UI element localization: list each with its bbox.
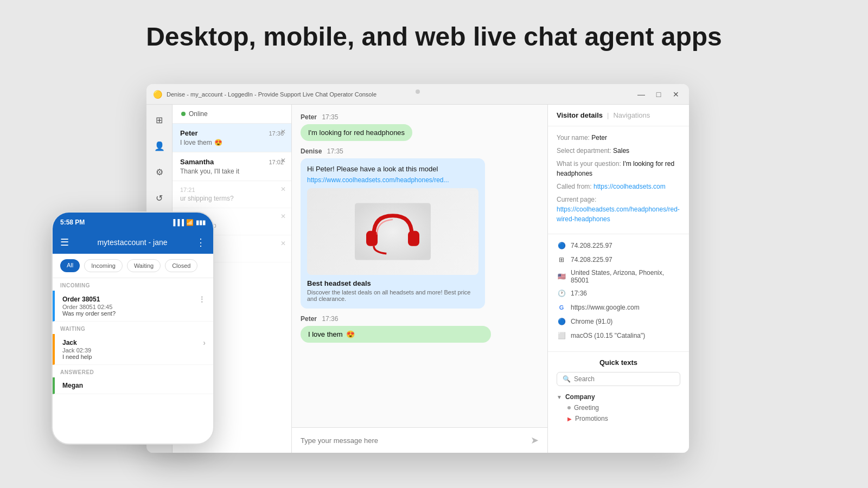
card-desc: Discover the latest deals on all headset…: [307, 289, 478, 302]
phone-tabs: All Incoming Waiting Closed: [53, 254, 213, 278]
tree-promotions[interactable]: ▶ Promotions: [557, 413, 680, 424]
chat-item-samantha-header: Samantha 17:02: [180, 158, 284, 166]
visitor-panel-header: Visitor details | Navigations: [548, 105, 689, 126]
agent-msg-text: Hi Peter! Please have a look at this mod…: [307, 165, 478, 173]
window-controls: — □ ✕: [635, 88, 682, 101]
info-question: What is your question: I'm looking for r…: [557, 159, 680, 178]
tree-arrow-promotions: ▶: [567, 416, 572, 422]
flag-icon: 🇺🇸: [557, 272, 566, 281]
chat-item-samantha-name: Samantha: [180, 158, 214, 166]
tree-dot-greeting: [567, 406, 571, 409]
headphone-image: [307, 188, 478, 275]
close-misc1[interactable]: ✕: [280, 185, 286, 193]
close-misc3[interactable]: ✕: [280, 240, 286, 247]
misc1-preview: ur shipping terms?: [180, 195, 284, 202]
chat-input-area: ➤: [292, 427, 547, 453]
minimize-button[interactable]: —: [635, 88, 648, 101]
phone-nav: ☰ mytestaccount - jane ⋮: [53, 232, 213, 254]
close-chat-samantha[interactable]: ✕: [280, 157, 286, 164]
status-label: Online: [189, 110, 208, 118]
msg-bubble-peter1: I'm looking for red headphones: [301, 124, 412, 141]
visitor-details-section: 🔵 74.208.225.97 ⊞ 74.208.225.97 🇺🇸 Unite…: [548, 234, 689, 352]
status-bar: Online: [173, 105, 291, 124]
detail-location: 🇺🇸 United States, Arizona, Phoenix, 8500…: [557, 269, 680, 284]
window-titlebar: 🟡 Denise - my_account - LoggedIn - Provi…: [146, 84, 689, 105]
tab-incoming[interactable]: Incoming: [84, 259, 123, 272]
phone-item-more[interactable]: ⋮: [198, 295, 206, 304]
tab-waiting[interactable]: Waiting: [127, 259, 161, 272]
msg-sender-peter2: Peter 17:36: [301, 315, 539, 323]
window-body: ⊞ 👤 ⚙ ↺ ℹ Online Peter 17:36 I love them…: [146, 105, 689, 453]
google-icon: G: [557, 303, 566, 312]
quick-texts-search-wrap: 🔍: [557, 372, 680, 386]
chat-item-peter[interactable]: Peter 17:36 I love them 😍 ✕: [173, 124, 291, 152]
tab-closed[interactable]: Closed: [165, 259, 197, 272]
phone-menu-icon[interactable]: ☰: [60, 236, 69, 248]
chat-item-peter-preview: I love them 😍: [180, 139, 284, 146]
chat-messages: Peter 17:35 I'm looking for red headphon…: [292, 105, 547, 427]
chat-main: Peter 17:35 I'm looking for red headphon…: [292, 105, 548, 453]
chat-item-samantha[interactable]: Samantha 17:02 Thank you, I'll take it ✕: [173, 152, 291, 181]
sidebar-icon-history[interactable]: ↺: [151, 189, 168, 207]
agent-msg-card: Hi Peter! Please have a look at this mod…: [301, 158, 485, 309]
tab-navigations[interactable]: Navigations: [613, 111, 650, 119]
info-called-from: Called from: https://coolheadsets.com: [557, 182, 680, 191]
phone-status-icons: ▐▐▐ 📶 ▮▮▮: [171, 219, 206, 226]
msg-group-denise: Denise 17:35 Hi Peter! Please have a loo…: [301, 147, 539, 309]
sidebar-icon-settings[interactable]: ⚙: [151, 163, 168, 181]
chevron-right-icon[interactable]: ›: [203, 338, 206, 347]
tree-greeting[interactable]: Greeting: [557, 402, 680, 413]
info-current-page: Current page: https://coolheadsets.com/h…: [557, 195, 680, 224]
tab-visitor-details[interactable]: Visitor details: [557, 111, 603, 119]
battery-icon: ▮▮▮: [196, 219, 206, 226]
svg-rect-0: [355, 203, 431, 260]
chat-item-misc1[interactable]: 17:21 ur shipping terms? ✕: [173, 181, 291, 208]
visitor-panel: Visitor details | Navigations Your name:…: [548, 105, 689, 453]
phone-account-title: mytestaccount - jane: [97, 238, 167, 247]
send-button[interactable]: ➤: [531, 434, 539, 446]
headphone-svg: [355, 202, 431, 261]
msg-group-peter1: Peter 17:35 I'm looking for red headphon…: [301, 113, 539, 141]
msg-bubble-love: I love them 😍: [301, 326, 491, 343]
close-button[interactable]: ✕: [669, 88, 682, 101]
phone-chat-order-name: Order 38051 ⋮: [62, 295, 206, 304]
section-label-answered: ANSWERED: [53, 365, 213, 377]
sidebar-icon-home[interactable]: ⊞: [151, 111, 168, 129]
section-label-incoming: INCOMING: [53, 278, 213, 291]
chat-item-peter-name: Peter: [180, 129, 198, 137]
wifi-icon: 📶: [186, 219, 194, 226]
agent-msg-link[interactable]: https://www.coolheadsets.com/headphones/…: [307, 176, 478, 184]
tab-all[interactable]: All: [60, 259, 80, 272]
phone-chat-megan[interactable]: Megan: [53, 377, 213, 394]
svg-rect-1: [366, 231, 378, 246]
visitor-info-section: Your name: Peter Select department: Sale…: [548, 126, 689, 234]
phone-more-btn[interactable]: ⋮: [196, 236, 206, 248]
page-title: Desktop, mobile, and web live chat agent…: [0, 0, 868, 68]
svg-rect-2: [408, 231, 419, 246]
phone-chat-megan-name: Megan: [62, 382, 206, 389]
phone-chat-jack[interactable]: Jack › Jack 02:39 I need help: [53, 334, 213, 365]
online-indicator: [181, 112, 186, 116]
signal-icon: ▐▐▐: [171, 219, 184, 226]
quick-texts-search[interactable]: [574, 375, 674, 383]
chrome-icon: 🔵: [557, 317, 566, 326]
mobile-phone: 5:58 PM ▐▐▐ 📶 ▮▮▮ ☰ mytestaccount - jane…: [52, 211, 214, 445]
search-icon: 🔍: [563, 375, 571, 383]
phone-chat-order38051[interactable]: Order 38051 ⋮ Order 38051 02:45 Was my o…: [53, 291, 213, 322]
maximize-button[interactable]: □: [652, 88, 665, 101]
sidebar-icon-agents[interactable]: 👤: [151, 137, 168, 155]
tree-company[interactable]: ▼ Company: [557, 391, 680, 402]
detail-time: 🕐 17:36: [557, 288, 680, 298]
info-name: Your name: Peter: [557, 133, 680, 143]
card-title: Best headset deals: [307, 279, 478, 287]
close-chat-peter[interactable]: ✕: [280, 128, 286, 136]
close-misc2[interactable]: ✕: [280, 213, 286, 220]
chat-input[interactable]: [301, 436, 526, 445]
phone-chat-jack-msg: I need help: [62, 354, 206, 360]
camera-dot: [416, 89, 420, 94]
phone-chat-jack-sub: Jack 02:39: [62, 347, 206, 354]
tree-arrow-down: ▼: [557, 394, 562, 400]
ip2-icon: ⊞: [557, 255, 566, 265]
quick-texts-title: Quick texts: [557, 358, 680, 367]
clock-icon: 🕐: [557, 288, 566, 298]
